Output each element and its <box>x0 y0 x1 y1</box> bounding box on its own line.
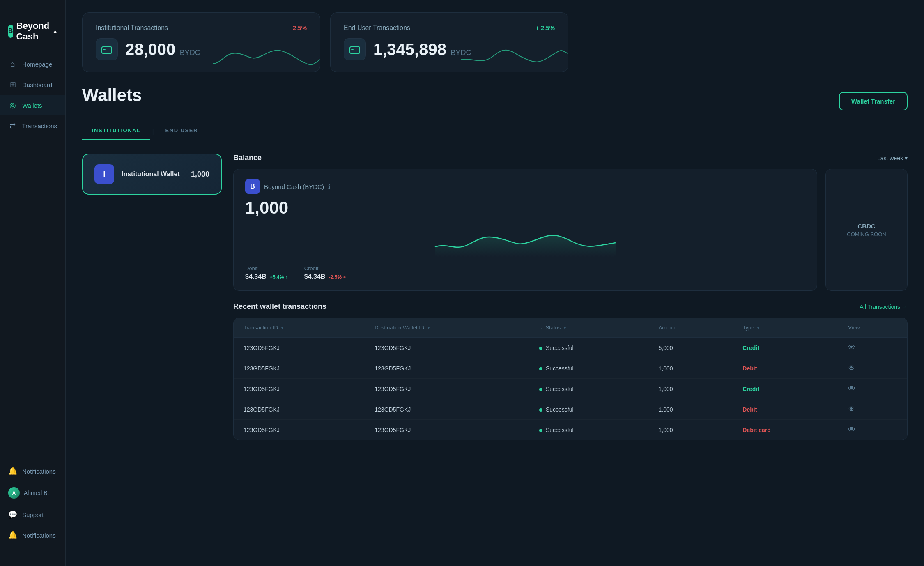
institutional-change: −2.5% <box>289 24 307 31</box>
wallet-item-icon: I <box>94 164 114 184</box>
table-row: 123GD5FGKJ 123GD5FGKJ Successful 1,000 D… <box>234 399 907 420</box>
institutional-unit: BYDC <box>180 48 200 57</box>
debit-change: +5.4% ↑ <box>270 274 288 280</box>
dest-wallet: 123GD5FGKJ <box>365 338 529 358</box>
sidebar-item-label: Notifications <box>22 468 56 475</box>
sort-icon[interactable]: ▾ <box>428 326 430 330</box>
view-icon[interactable]: 👁 <box>848 426 855 434</box>
sidebar-item-label: Wallets <box>22 102 42 109</box>
wallet-item-amount: 1,000 <box>191 170 209 179</box>
view-icon[interactable]: 👁 <box>848 364 855 372</box>
view-action[interactable]: 👁 <box>838 358 907 379</box>
sidebar-item-wallets[interactable]: ◎ Wallets <box>0 95 65 115</box>
balance-header: Balance Last week ▾ <box>233 154 908 162</box>
sidebar-item-label: Support <box>22 511 44 518</box>
status: Successful <box>529 338 649 358</box>
status: Successful <box>529 379 649 399</box>
status-dot <box>539 367 542 370</box>
col-amount: Amount <box>649 318 733 338</box>
wallet-list: I Institutional Wallet 1,000 <box>82 154 222 195</box>
institutional-chart <box>213 43 320 72</box>
tab-divider: | <box>152 128 154 136</box>
status: Successful <box>529 420 649 440</box>
view-action[interactable]: 👁 <box>838 379 907 399</box>
all-transactions-link[interactable]: All Transactions → <box>860 304 908 310</box>
tab-institutional[interactable]: INSTITUTIONAL <box>82 123 150 140</box>
cbdc-coming-soon: COMING SOON <box>847 231 886 237</box>
sort-icon[interactable]: ▾ <box>281 326 283 330</box>
info-icon: ℹ <box>328 183 330 190</box>
amount: 5,000 <box>649 338 733 358</box>
main-content: Institutional Transactions 28,000 BYDC −… <box>66 0 924 566</box>
type: Debit <box>733 358 838 379</box>
balance-amount: 1,000 <box>245 198 805 218</box>
period-selector[interactable]: Last week ▾ <box>877 155 908 161</box>
col-destination-wallet: Destination Wallet ID ▾ <box>365 318 529 338</box>
chevron-down-icon: ▾ <box>905 155 908 161</box>
sidebar-user[interactable]: A Ahmed B. <box>0 481 65 504</box>
view-icon[interactable]: 👁 <box>848 384 855 393</box>
sidebar-item-dashboard[interactable]: ⊞ Dashboard <box>0 74 65 95</box>
content-body: Wallets Wallet Transfer INSTITUTIONAL | … <box>66 72 924 453</box>
logo-icon: B <box>8 25 13 38</box>
transactions-icon: ⇄ <box>8 121 17 130</box>
view-icon[interactable]: 👁 <box>848 343 855 352</box>
app-name: Beyond Cash <box>16 21 50 42</box>
enduser-chart <box>461 43 568 72</box>
wallet-transfer-button[interactable]: Wallet Transfer <box>839 92 908 110</box>
balance-card-main: B Beyond Cash (BYDC) ℹ 1,000 <box>233 169 817 291</box>
dest-wallet: 123GD5FGKJ <box>365 399 529 420</box>
cbdc-label: CBDC <box>857 223 875 230</box>
view-icon[interactable]: 👁 <box>848 405 855 413</box>
sidebar-item-support[interactable]: 💬 Support <box>0 504 65 525</box>
sidebar-bottom: 🔔 Notifications A Ahmed B. 💬 Support 🔔 N… <box>0 447 65 554</box>
debit-stat: Debit $4.34B +5.4% ↑ <box>245 265 288 281</box>
sidebar: B Beyond Cash ▲ ⌂ Homepage ⊞ Dashboard ◎… <box>0 0 66 566</box>
sidebar-nav: ⌂ Homepage ⊞ Dashboard ◎ Wallets ⇄ Trans… <box>0 54 65 136</box>
view-action[interactable]: 👁 <box>838 420 907 440</box>
status-dot <box>539 408 542 412</box>
view-action[interactable]: 👁 <box>838 338 907 358</box>
bydc-icon: B <box>245 179 260 194</box>
wallet-item-name: Institutional Wallet <box>122 170 180 178</box>
institutional-value: 28,000 <box>125 40 175 58</box>
notifications-icon: 🔔 <box>8 467 17 476</box>
wallet-item[interactable]: I Institutional Wallet 1,000 <box>82 154 222 195</box>
amount: 1,000 <box>649 358 733 379</box>
type: Credit <box>733 338 838 358</box>
table-row: 123GD5FGKJ 123GD5FGKJ Successful 1,000 C… <box>234 379 907 399</box>
tabs: INSTITUTIONAL | END USER <box>82 123 908 140</box>
sidebar-divider <box>0 454 65 454</box>
balance-cards: B Beyond Cash (BYDC) ℹ 1,000 <box>233 169 908 291</box>
institutional-transactions-card: Institutional Transactions 28,000 BYDC −… <box>82 12 320 72</box>
cbdc-card: CBDC COMING SOON <box>825 169 908 291</box>
enduser-change: + 2.5% <box>536 24 555 31</box>
sort-icon[interactable]: ▾ <box>564 326 566 330</box>
col-status: ○ Status ▾ <box>529 318 649 338</box>
type: Debit card <box>733 420 838 440</box>
status-dot <box>539 347 542 350</box>
sidebar-item-homepage[interactable]: ⌂ Homepage <box>0 54 65 74</box>
table-header-row: Transaction ID ▾ Destination Wallet ID ▾… <box>234 318 907 338</box>
debit-value: $4.34B +5.4% ↑ <box>245 273 288 281</box>
col-transaction-id: Transaction ID ▾ <box>234 318 365 338</box>
credit-label: Credit <box>304 265 346 271</box>
sidebar-item-notifications2[interactable]: 🔔 Notifications <box>0 525 65 545</box>
svg-rect-0 <box>102 47 112 53</box>
table-row: 123GD5FGKJ 123GD5FGKJ Successful 1,000 D… <box>234 358 907 379</box>
credit-stat: Credit $4.34B -2.5% + <box>304 265 346 281</box>
sidebar-collapse-icon[interactable]: ▲ <box>53 28 57 34</box>
notifications2-icon: 🔔 <box>8 531 17 540</box>
balance-title: Balance <box>233 154 262 162</box>
tab-enduser[interactable]: END USER <box>156 123 208 140</box>
sidebar-item-label: Transactions <box>22 122 57 129</box>
sort-icon[interactable]: ▾ <box>757 326 759 330</box>
view-action[interactable]: 👁 <box>838 399 907 420</box>
sidebar-item-transactions[interactable]: ⇄ Transactions <box>0 115 65 136</box>
institutional-card-icon <box>96 38 118 60</box>
transactions-section: Recent wallet transactions All Transacti… <box>233 302 908 440</box>
app-logo: B Beyond Cash ▲ <box>0 12 65 54</box>
tx-id: 123GD5FGKJ <box>234 420 365 440</box>
user-name: Ahmed B. <box>24 490 49 496</box>
sidebar-item-notifications[interactable]: 🔔 Notifications <box>0 461 65 481</box>
